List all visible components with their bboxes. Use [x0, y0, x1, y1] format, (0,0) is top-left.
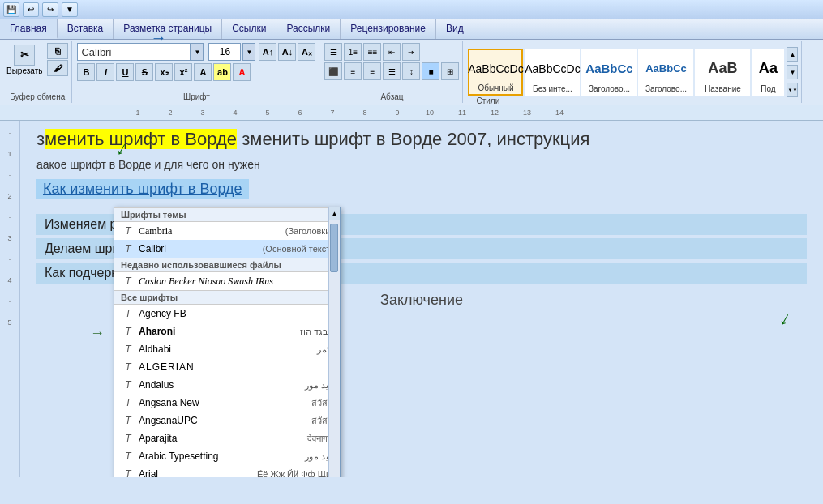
style-heading2-preview: AaBbCc — [641, 53, 691, 84]
styles-more-btn[interactable]: ▼▼ — [787, 83, 798, 97]
font-name-input[interactable] — [77, 43, 191, 61]
highlight-btn[interactable]: ab — [213, 63, 231, 81]
increase-font-btn[interactable]: A↑ — [259, 43, 276, 61]
scrollbar-thumb[interactable] — [330, 224, 338, 272]
tab-layout[interactable]: Разметка страницы — [114, 19, 222, 39]
increase-indent-btn[interactable]: ⇥ — [402, 43, 420, 61]
style-name-btn[interactable]: АаВ Название — [695, 49, 750, 96]
font-item-aparajita[interactable]: T Aparajita देवनागरी — [114, 429, 340, 447]
font-item-angsana-upc[interactable]: T AngsanaUPC สวัสดี — [114, 412, 340, 429]
style-extra-preview: Аа — [754, 53, 782, 84]
bullets-btn[interactable]: ☰ — [324, 43, 342, 61]
doc-subheading: аакое шрифт в Ворде и для чего он нужен — [36, 158, 807, 171]
redo-button[interactable]: ↪ — [42, 2, 58, 17]
style-extra-btn[interactable]: Аа Под — [752, 49, 784, 96]
style-heading1-preview: AaBbCc — [584, 53, 634, 84]
paragraph-label: Абзац — [324, 91, 459, 101]
tab-insert[interactable]: Вставка — [58, 19, 114, 39]
style-normal-label: Обычный — [478, 83, 513, 92]
font-item-arabic-typesetting[interactable]: T Arabic Typesetting أبيد مور — [114, 447, 340, 465]
style-heading2-btn[interactable]: AaBbCc Заголово... — [638, 49, 693, 96]
font-type-icon-2: T — [121, 241, 135, 256]
styles-label: Стили — [476, 95, 499, 105]
superscript-btn[interactable]: x² — [174, 63, 192, 81]
subscript-btn[interactable]: x₂ — [155, 63, 173, 81]
shading-btn[interactable]: ■ — [422, 62, 439, 80]
font-item-agency-fb[interactable]: T Agency FB — [114, 305, 340, 322]
font-item-calibri[interactable]: T Calibri (Основной текст) — [114, 240, 340, 258]
font-type-icon-8: T — [121, 378, 135, 392]
ruler: · 1 · 2 · 3 · 4 · 5 · 6 · 7 · 8 · 9 · 10… — [0, 105, 823, 121]
decrease-font-btn[interactable]: A↓ — [278, 43, 296, 61]
copy-button[interactable]: ⎘ — [47, 43, 68, 59]
align-left-btn[interactable]: ⬛ — [324, 62, 342, 80]
style-noformat-preview: AaBbCcDc — [527, 53, 577, 84]
align-center-btn[interactable]: ≡ — [344, 62, 362, 80]
content-area: ·1·2·3·4·5 Шрифты темы T Cambria (Заголо… — [0, 121, 823, 477]
vertical-ruler: ·1·2·3·4·5 — [0, 121, 20, 477]
ribbon-toolbar: ✂ Вырезать ⎘ 🖌 Буфер обмена → ▼ ▼ A↑ A↓ … — [0, 40, 823, 105]
line-spacing-btn[interactable]: ↕ — [402, 62, 420, 80]
tab-home[interactable]: Главная — [0, 19, 58, 39]
italic-btn[interactable]: I — [96, 63, 114, 81]
justify-btn[interactable]: ☰ — [383, 62, 401, 80]
font-item-andalus[interactable]: T Andalus أبيد مور — [114, 376, 340, 394]
numbering-btn[interactable]: 1≡ — [344, 43, 362, 61]
style-normal-btn[interactable]: AaBbCcDc Обычный — [468, 49, 523, 96]
font-type-icon-6: T — [121, 342, 135, 357]
style-heading1-label: Заголово... — [589, 84, 630, 93]
align-right-btn[interactable]: ≡ — [363, 62, 381, 80]
font-type-icon: T — [121, 224, 135, 238]
decrease-indent-btn[interactable]: ⇤ — [383, 43, 401, 61]
bold-btn[interactable]: B — [77, 63, 95, 81]
font-dropdown-panel: Шрифты темы T Cambria (Заголовки) T Cali… — [114, 207, 341, 477]
clear-format-btn[interactable]: Aₓ — [298, 43, 315, 61]
titlebar: 💾 ↩ ↪ ▼ — [0, 0, 823, 19]
dropdown-scrollbar[interactable]: ▲ ▼ — [328, 207, 340, 477]
text-effects-btn[interactable]: A — [194, 63, 212, 81]
size-dropdown-btn[interactable]: ▼ — [242, 43, 255, 61]
style-noformat-btn[interactable]: AaBbCcDc Без инте... — [525, 49, 580, 96]
font-color-btn[interactable]: A — [233, 63, 251, 81]
doc-heading: зменить шрифт в Ворде зменить шрифт в Во… — [36, 129, 807, 150]
style-heading1-btn[interactable]: AaBbCc Заголово... — [581, 49, 637, 96]
scrollbar-up-btn[interactable]: ▲ — [329, 207, 340, 220]
font-type-icon-12: T — [121, 449, 135, 463]
style-noformat-label: Без инте... — [533, 84, 572, 93]
ribbon-tabs: Главная Вставка Разметка страницы Ссылки… — [0, 19, 823, 40]
underline-btn[interactable]: U — [116, 63, 134, 81]
borders-btn[interactable]: ⊞ — [441, 62, 459, 80]
font-item-angsana-new[interactable]: T Angsana New สวัสดี — [114, 394, 340, 412]
font-item-cambria[interactable]: T Cambria (Заголовки) — [114, 222, 340, 240]
paragraph-group: ☰ 1≡ ≡≡ ⇤ ⇥ ⬛ ≡ ≡ ☰ ↕ ■ ⊞ Абзац — [321, 41, 463, 103]
font-size-input[interactable] — [208, 43, 241, 61]
font-item-caslon[interactable]: T Caslon Becker Niosao Swash IRus — [114, 272, 340, 290]
font-item-aldhabi[interactable]: T Aldhabi أكمر — [114, 340, 340, 358]
strikethrough-btn[interactable]: S — [135, 63, 153, 81]
font-type-icon-13: T — [121, 467, 135, 477]
font-item-algerian[interactable]: T ALGERIAN — [114, 358, 340, 376]
dropdown-arrow: → — [90, 325, 105, 342]
save-button[interactable]: 💾 — [3, 2, 19, 17]
multilevel-btn[interactable]: ≡≡ — [363, 43, 381, 61]
font-item-aharoni[interactable]: T Aharoni אבגד הוז — [114, 322, 340, 340]
format-painter-button[interactable]: 🖌 — [47, 60, 68, 76]
styles-scroll-up[interactable]: ▲ — [787, 47, 798, 62]
styles-scroll-down[interactable]: ▼ — [787, 65, 798, 79]
dropdown-button[interactable]: ▼ — [62, 2, 78, 17]
font-type-icon-10: T — [121, 413, 135, 428]
tab-mailings[interactable]: Рассылки — [276, 19, 341, 39]
font-dropdown-btn[interactable]: ▼ — [191, 43, 204, 61]
cut-button[interactable]: ✂ — [14, 45, 35, 66]
tab-view[interactable]: Вид — [436, 19, 474, 39]
font-type-icon-3: T — [121, 274, 135, 288]
tab-review[interactable]: Рецензирование — [341, 19, 436, 39]
font-item-arial[interactable]: T Arial Ёё Жж Йй Фф Щщ — [114, 465, 340, 477]
undo-button[interactable]: ↩ — [23, 2, 39, 17]
tab-references[interactable]: Ссылки — [222, 19, 276, 39]
font-type-icon-9: T — [121, 395, 135, 410]
font-group-label: Шрифт — [77, 91, 315, 101]
styles-group: AaBbCcDc Обычный AaBbCcDc Без инте... Aa… — [465, 41, 802, 103]
arrow-to-item: ↓ — [776, 306, 795, 331]
ruler-marks: · 1 · 2 · 3 · 4 · 5 · 6 · 7 · 8 · 9 · 10… — [114, 109, 568, 117]
